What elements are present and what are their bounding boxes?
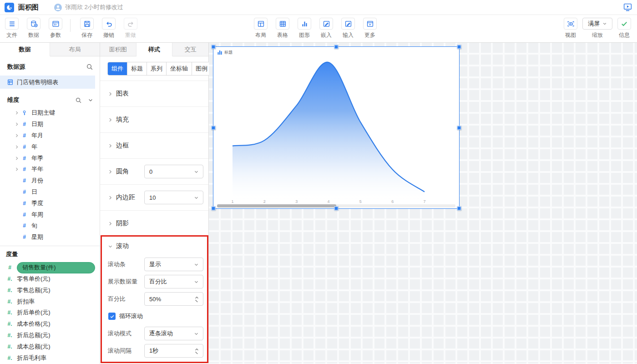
save-button[interactable]: 保存 (76, 18, 98, 39)
subtab-图例[interactable]: 图例 (192, 62, 211, 75)
search-icon[interactable] (86, 63, 93, 71)
area-chart-component[interactable]: 标题 1234567 (213, 46, 460, 209)
measure-item-折后单价(元)[interactable]: #.折后单价(元) (0, 307, 100, 318)
selection-handle[interactable] (334, 45, 339, 49)
selection-handle[interactable] (212, 126, 216, 130)
tab-交互[interactable]: 交互 (172, 43, 208, 56)
area-chart-plot (213, 47, 460, 209)
scroll-section-toggle[interactable]: 滚动 (100, 237, 208, 256)
expand-caret-icon[interactable] (15, 145, 20, 149)
selection-handle[interactable] (457, 45, 461, 49)
x-axis-label: 6 (391, 199, 394, 204)
expand-caret-icon[interactable] (15, 156, 20, 161)
selection-handle[interactable] (457, 207, 461, 211)
loop-scroll-label: 循环滚动 (119, 312, 143, 320)
dimension-item-年周[interactable]: #年周 (0, 209, 100, 220)
x-axis-label: 2 (263, 199, 266, 204)
chevron-down-icon (194, 331, 199, 336)
measure-item-零售总额(元)[interactable]: #.零售总额(元) (0, 284, 100, 296)
datasource-table-item[interactable]: 门店销售明细表 (0, 76, 95, 89)
redo-button[interactable]: 重做 (120, 18, 142, 39)
toolbar-insert-group: 布局表格图形嵌入输入更多 (250, 18, 381, 39)
dimension-item-旬[interactable]: #旬 (0, 220, 100, 232)
dimension-item-季度[interactable]: #季度 (0, 197, 100, 209)
select-内边距[interactable]: 10 (144, 191, 203, 204)
undo-button[interactable]: 撤销 (98, 18, 120, 39)
setting-label: 滚动间隔 (108, 347, 131, 355)
selection-handle[interactable] (334, 207, 339, 211)
selection-handle[interactable] (457, 126, 461, 130)
accordion-内边距[interactable]: 内边距10 (100, 184, 208, 210)
select-滚动条[interactable]: 显示 (144, 258, 203, 271)
search-icon[interactable] (75, 97, 82, 104)
expand-caret-icon[interactable] (15, 111, 20, 115)
file-button[interactable]: 文件 (1, 18, 23, 39)
expand-caret-icon[interactable] (15, 122, 20, 126)
info-check-icon (617, 18, 631, 30)
measure-item-折后毛利率[interactable]: #.折后毛利率 (0, 352, 100, 364)
dimension-item-label: 年周 (31, 211, 43, 219)
accordion-圆角[interactable]: 圆角0 (100, 158, 208, 184)
selection-handle[interactable] (212, 207, 216, 211)
dimension-item-月份[interactable]: #月份 (0, 175, 100, 187)
measure-item-成本总额(元)[interactable]: #.成本总额(元) (0, 341, 100, 352)
dimension-item-年月[interactable]: #年月 (0, 130, 100, 142)
data-button[interactable]: 数据 (23, 18, 45, 39)
tab-数据[interactable]: 数据 (0, 43, 50, 56)
spinner-arrows[interactable] (195, 348, 199, 354)
input-button[interactable]: 输入 (337, 18, 359, 39)
chevron-down-icon[interactable] (88, 97, 93, 103)
accordion-阴影[interactable]: 阴影 (100, 210, 208, 236)
subtab-标题[interactable]: 标题 (127, 62, 147, 75)
accordion-边框[interactable]: 边框 (100, 132, 208, 158)
loop-scroll-checkbox-row[interactable]: 循环滚动 (100, 308, 208, 325)
dimension-item-半年[interactable]: #半年 (0, 164, 100, 175)
present-play-icon[interactable] (623, 3, 632, 11)
formula-window-icon: X= (49, 18, 62, 30)
spinner-down-icon (195, 351, 199, 354)
chart-button[interactable]: 图形 (293, 18, 315, 39)
params-button[interactable]: X=参数 (45, 18, 66, 39)
measure-item-销售数量(件)[interactable]: #销售数量(件) (0, 262, 100, 273)
select-展示数据量[interactable]: 百分比 (144, 275, 203, 288)
spinner-arrows[interactable] (195, 296, 199, 302)
chart-scrollbar-thumb[interactable] (217, 204, 336, 207)
accordion-填充[interactable]: 填充 (100, 106, 208, 132)
accordion-图表[interactable]: 图表 (100, 81, 208, 106)
embed-button[interactable]: 嵌入 (315, 18, 337, 39)
table-button[interactable]: 表格 (272, 18, 293, 39)
tab-样式[interactable]: 样式 (136, 43, 173, 56)
key-icon (20, 110, 28, 116)
dimension-item-年季[interactable]: #年季 (0, 152, 100, 164)
subtab-坐标轴[interactable]: 坐标轴 (167, 62, 192, 75)
measure-item-零售单价(元)[interactable]: #.零售单价(元) (0, 273, 100, 285)
layout-button[interactable]: 布局 (250, 18, 272, 39)
dashboard-canvas[interactable]: 标题 1234567 (209, 43, 637, 364)
spinner-百分比[interactable]: 50% (144, 292, 203, 306)
select-圆角[interactable]: 0 (144, 165, 203, 178)
selection-handle[interactable] (212, 45, 216, 49)
dimension-item-日期主键[interactable]: 日期主键 (0, 107, 100, 119)
dimension-item-日期[interactable]: #日期 (0, 119, 100, 130)
measure-item-折扣率[interactable]: #.折扣率 (0, 296, 100, 307)
select-滚动模式[interactable]: 逐条滚动 (144, 327, 203, 340)
info-button[interactable]: 信息 (613, 18, 635, 39)
zoom-dropdown[interactable]: 满屏 缩放 (581, 18, 613, 39)
measure-item-折后总额(元)[interactable]: #.折后总额(元) (0, 330, 100, 341)
subtab-组件[interactable]: 组件 (108, 62, 127, 75)
expand-caret-icon[interactable] (15, 133, 20, 138)
tab-面积图[interactable]: 面积图 (100, 43, 136, 56)
selected-measure-pill[interactable]: 销售数量(件) (17, 262, 95, 273)
dimension-item-年[interactable]: #年 (0, 141, 100, 152)
spinner-滚动间隔[interactable]: 1秒 (144, 344, 203, 358)
dimension-item-日[interactable]: #日 (0, 187, 100, 198)
scroll-settings-section: 滚动 滚动条显示展示数据量百分比百分比50% 循环滚动 滚动模式逐条滚动滚动间隔… (100, 236, 208, 359)
checkbox-checked-icon[interactable] (108, 313, 116, 320)
subtab-系列[interactable]: 系列 (147, 62, 167, 75)
view-button[interactable]: 视图 (560, 18, 581, 39)
tab-布局[interactable]: 布局 (50, 43, 100, 56)
dimension-item-星期[interactable]: #星期 (0, 232, 100, 242)
more-button[interactable]: 更多 (359, 18, 381, 39)
expand-caret-icon[interactable] (15, 167, 20, 172)
measure-item-成本价格(元)[interactable]: #.成本价格(元) (0, 318, 100, 330)
